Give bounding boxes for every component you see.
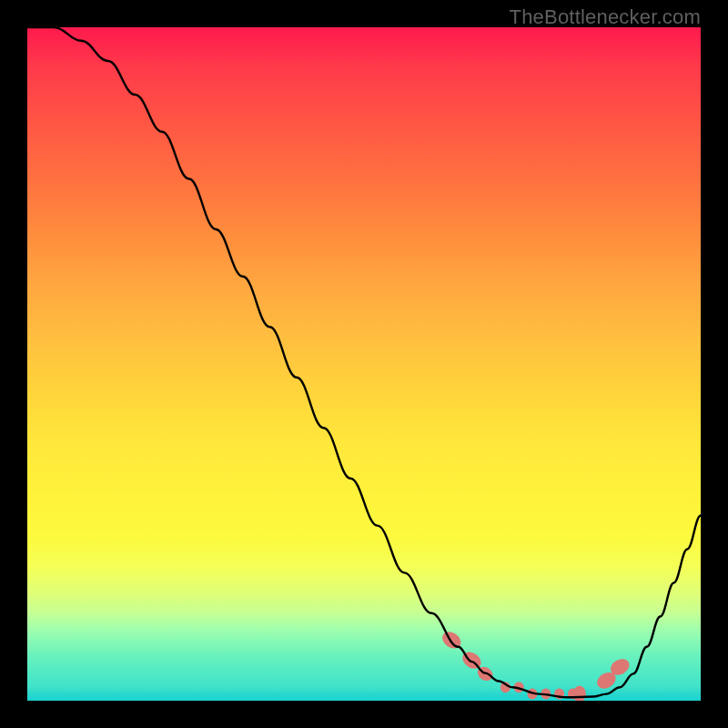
marker-group: [440, 629, 632, 701]
bottleneck-curve: [27, 27, 701, 697]
watermark-text: TheBottlenecker.com: [510, 5, 701, 29]
plot-area: [27, 27, 701, 701]
chart-frame: TheBottlenecker.com: [0, 0, 728, 728]
marker-dot: [573, 686, 586, 701]
curve-svg: [27, 27, 701, 701]
